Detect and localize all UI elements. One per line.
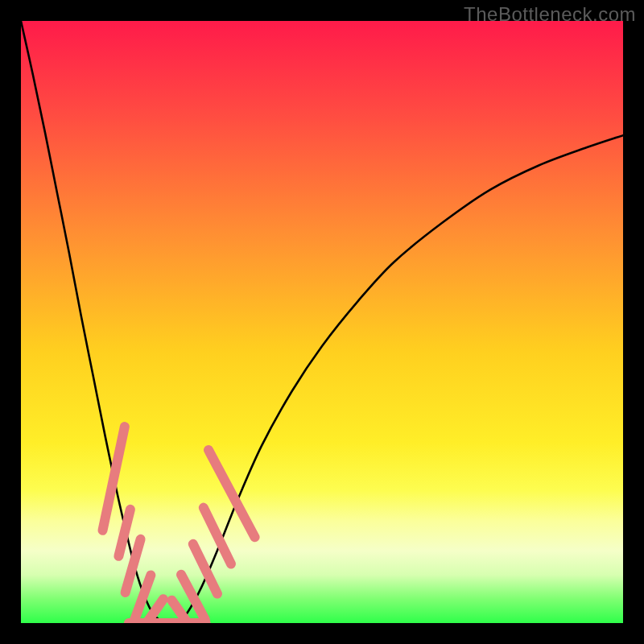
bottleneck-curve-chart bbox=[21, 21, 623, 623]
highlight-capsule bbox=[124, 618, 211, 623]
watermark-text: TheBottleneck.com bbox=[464, 3, 636, 26]
highlighted-marker-group bbox=[97, 421, 261, 623]
chart-plot-area bbox=[21, 21, 623, 623]
bottleneck-curve-line bbox=[21, 21, 623, 623]
